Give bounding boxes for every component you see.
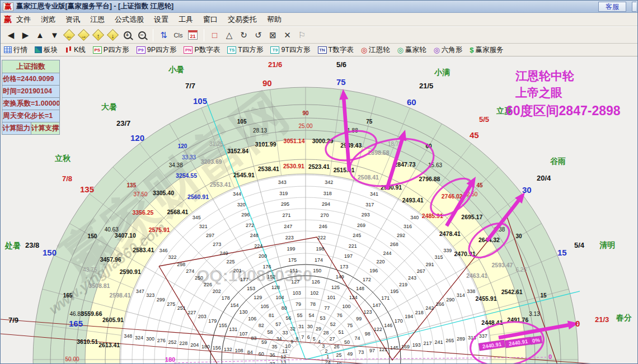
menu-item-9[interactable]: 帮助 xyxy=(267,15,282,23)
degree-ring-value: 150 xyxy=(88,233,97,239)
svg-text:30: 30 xyxy=(307,324,313,329)
back-icon[interactable]: ◀ xyxy=(4,29,18,42)
zoom-in-icon[interactable]: + xyxy=(120,29,134,42)
view-sectors[interactable]: 板块 xyxy=(35,45,58,55)
svg-text:98: 98 xyxy=(365,331,370,337)
view-gann-wheel[interactable]: ◎江恩轮 xyxy=(361,45,390,55)
pan-up-icon[interactable]: ↑ xyxy=(91,29,105,42)
winner-service-icon: $ xyxy=(470,46,473,54)
outer-spiral-value: 3152.84 xyxy=(227,148,248,154)
view-p-number-table[interactable]: PNP数字表 xyxy=(184,45,220,55)
magenta-degree-label: 0 xyxy=(548,353,552,360)
edge-button-partial[interactable] xyxy=(632,2,636,12)
svg-text:228: 228 xyxy=(179,341,187,346)
view-t-square[interactable]: TST四方形 xyxy=(227,45,263,55)
menu-item-8[interactable]: 交易委托 xyxy=(228,15,257,23)
svg-text:152: 152 xyxy=(267,274,275,280)
percent-ring-value: 31.25 xyxy=(209,141,223,147)
svg-text:101: 101 xyxy=(327,295,335,300)
svg-text:49: 49 xyxy=(347,351,353,357)
menu-item-3[interactable]: 江恩 xyxy=(90,15,105,23)
menu-item-0[interactable]: 文件 xyxy=(16,15,31,23)
menu-item-6[interactable]: 工具 xyxy=(179,15,193,23)
pan-left-icon[interactable]: ← xyxy=(62,29,76,42)
menu-item-4[interactable]: 公式选股 xyxy=(115,15,144,23)
svg-text:218: 218 xyxy=(415,310,424,315)
cross-arrows-icon[interactable]: ✕ xyxy=(280,29,294,42)
rim-label: 0 xyxy=(575,319,580,328)
svg-text:272: 272 xyxy=(246,223,254,228)
svg-text:82: 82 xyxy=(259,323,264,328)
pan-right-icon[interactable]: → xyxy=(77,29,91,42)
outer-spiral-value: 3305.40 xyxy=(153,190,174,196)
degree-ring-value: 135 xyxy=(127,182,137,188)
zoom-out-icon[interactable]: − xyxy=(135,29,149,42)
box-x-tool-icon[interactable]: ⊠ xyxy=(266,29,280,42)
menu-item-1[interactable]: 浏览 xyxy=(41,15,55,23)
menu-item-2[interactable]: 资讯 xyxy=(65,15,80,23)
view-t-number-table[interactable]: TNT数字表 xyxy=(318,45,354,55)
svg-text:150: 150 xyxy=(313,268,321,273)
inner-spiral-value: 2523.41 xyxy=(308,163,330,170)
quotes-icon xyxy=(4,46,12,53)
calendar-icon[interactable]: 21 xyxy=(186,29,200,42)
rotate-cw-icon[interactable]: ↻ xyxy=(237,29,251,42)
view-9p-square[interactable]: P99P四方形 xyxy=(137,45,177,55)
calc-resistance-button[interactable]: 计算阻力 xyxy=(2,122,31,135)
menu-item-7[interactable]: 窗口 xyxy=(203,15,218,23)
svg-text:224: 224 xyxy=(254,243,262,249)
rotate-ccw-icon[interactable]: ↺ xyxy=(251,29,265,42)
view-winner-service[interactable]: $赢家服务 xyxy=(470,45,503,55)
pointer-down-icon[interactable]: ▼ xyxy=(48,29,62,42)
rect-tool-icon[interactable]: □ xyxy=(208,29,222,42)
degree-ring-value: 15 xyxy=(540,292,547,299)
svg-text:344: 344 xyxy=(233,191,241,197)
view-quotes[interactable]: 行情 xyxy=(4,45,27,55)
customer-service-button[interactable]: 客服 xyxy=(598,2,626,12)
svg-text:244: 244 xyxy=(383,250,392,256)
flag-tool-icon[interactable]: ⚐ xyxy=(295,29,309,42)
svg-text:267: 267 xyxy=(417,268,425,274)
rim-label: 120 xyxy=(130,133,144,143)
9t-square-label: 9T四方形 xyxy=(281,45,310,55)
inner-spiral-value: 2515.91 xyxy=(334,167,355,173)
svg-text:242: 242 xyxy=(425,305,434,311)
instrument-panel: 上证指数 价格=2440.9099 时间=20190104 变换系数=1.000… xyxy=(2,60,60,135)
svg-text:252: 252 xyxy=(168,339,177,345)
svg-text:289: 289 xyxy=(457,336,465,342)
percent-ring-value: 6.25 xyxy=(516,267,527,273)
pointer-up-icon[interactable]: ▲ xyxy=(33,29,47,42)
svg-text:154: 154 xyxy=(231,302,239,308)
view-kline[interactable]: K线 xyxy=(65,45,86,55)
svg-text:196: 196 xyxy=(369,268,378,273)
svg-text:177: 177 xyxy=(240,277,248,282)
svg-text:221: 221 xyxy=(349,243,357,249)
view-p-square[interactable]: PSP四方形 xyxy=(93,45,129,55)
rim-label: 5/4 xyxy=(574,241,585,249)
svg-text:226: 226 xyxy=(204,282,212,287)
outer-spiral-value: 3101.99 xyxy=(255,141,276,148)
cls-icon[interactable]: Cls xyxy=(171,29,185,42)
svg-text:219: 219 xyxy=(399,282,407,287)
rim-label: 5/6 xyxy=(336,60,346,69)
calc-support-button[interactable]: 计算支撑 xyxy=(31,122,60,135)
svg-text:97: 97 xyxy=(369,348,375,353)
view-hexagon[interactable]: ◎六角形 xyxy=(433,45,462,55)
forward-icon[interactable]: ▶ xyxy=(18,29,32,42)
t-square-icon: TS xyxy=(227,46,236,54)
svg-text:175: 175 xyxy=(288,257,297,263)
view-9t-square[interactable]: T99T四方形 xyxy=(270,45,310,55)
svg-text:129: 129 xyxy=(254,295,262,300)
rim-label: 立秋 xyxy=(54,154,71,163)
updown-axis-icon[interactable]: ⇅ xyxy=(157,29,171,42)
menu-item-5[interactable]: 设置 xyxy=(154,15,168,23)
svg-text:343: 343 xyxy=(278,179,287,185)
toolbar-separator xyxy=(204,29,204,41)
chart-area: 赢家财富网www.yingjia360.comQQ:10080036012345… xyxy=(1,56,638,364)
rim-label: 23/7 xyxy=(116,119,130,127)
view-winner-wheel[interactable]: ◎赢家轮 xyxy=(397,45,426,55)
svg-text:50: 50 xyxy=(344,339,350,345)
rim-label: 20/4 xyxy=(537,174,551,182)
pan-down-icon[interactable]: ↓ xyxy=(106,29,120,42)
triangle-tool-icon[interactable]: △ xyxy=(222,29,236,42)
